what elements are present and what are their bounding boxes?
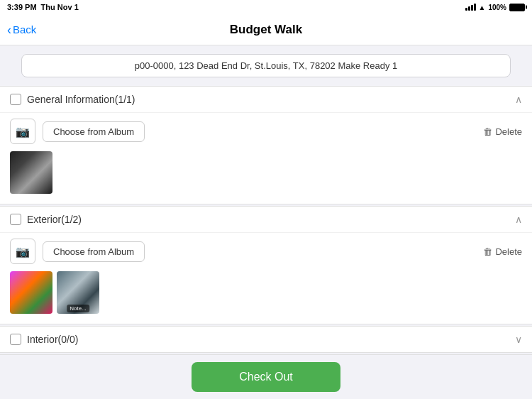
trash-icon: 🗑 — [483, 126, 492, 137]
checkbox-icon-exterior — [10, 214, 21, 225]
section-exterior: Exterior(1/2) ∧ 📷 Choose from Album 🗑 De… — [0, 206, 532, 324]
chevron-up-icon-general-information: ∧ — [515, 94, 522, 105]
section-label-general-information: General Information(1/1) — [27, 94, 135, 105]
checkout-button[interactable]: Check Out — [192, 362, 340, 392]
section-header-exterior[interactable]: Exterior(1/2) ∧ — [0, 207, 532, 232]
section-interior: Interior(0/0) ∨ — [0, 326, 532, 353]
thumbnail-label-exterior: Note... — [67, 305, 89, 312]
camera-button-exterior[interactable]: 📷 — [10, 239, 35, 264]
section-header-left: General Information(1/1) — [10, 94, 135, 105]
section-label-exterior: Exterior(1/2) — [27, 214, 82, 225]
back-button[interactable]: ‹ Back — [7, 23, 36, 36]
checkbox-icon-general-information — [10, 94, 21, 105]
status-left: 3:39 PM Thu Nov 1 — [7, 3, 79, 11]
section-label-interior: Interior(0/0) — [27, 334, 78, 345]
delete-label: Delete — [495, 126, 522, 137]
camera-icon: 📷 — [16, 125, 30, 138]
battery-percent: 100% — [488, 4, 506, 11]
choose-album-button-exterior[interactable]: Choose from Album — [43, 241, 145, 262]
section-body-exterior: 📷 Choose from Album 🗑 Delete Note... — [0, 232, 532, 324]
nav-bar: ‹ Back Budget Walk — [0, 14, 532, 45]
thumbnails-general-information — [10, 151, 522, 194]
thumbnail-1-exterior[interactable]: Note... — [57, 271, 99, 314]
chevron-up-icon-exterior: ∧ — [515, 214, 522, 225]
section-actions-exterior: 📷 Choose from Album 🗑 Delete — [10, 239, 522, 264]
delete-button-exterior[interactable]: 🗑 Delete — [483, 246, 522, 257]
thumbnails-exterior: Note... — [10, 271, 522, 314]
delete-label-exterior: Delete — [495, 246, 522, 257]
page-title: Budget Walk — [230, 23, 302, 37]
checkbox-icon-interior — [10, 334, 21, 345]
status-time: 3:39 PM — [7, 3, 37, 11]
thumbnail-0-general-information[interactable] — [10, 151, 52, 194]
camera-icon-exterior: 📷 — [16, 245, 30, 258]
camera-button-general-information[interactable]: 📷 — [10, 119, 35, 144]
section-header-interior[interactable]: Interior(0/0) ∨ — [0, 327, 532, 352]
thumbnail-0-exterior[interactable] — [10, 271, 52, 314]
status-date: Thu Nov 1 — [41, 3, 79, 11]
status-right: ▲ 100% — [465, 4, 525, 11]
wifi-icon: ▲ — [479, 4, 486, 11]
chevron-left-icon: ‹ — [7, 23, 11, 36]
trash-icon-exterior: 🗑 — [483, 246, 492, 257]
section-header-left-interior: Interior(0/0) — [10, 334, 78, 345]
section-body-general-information: 📷 Choose from Album 🗑 Delete — [0, 112, 532, 204]
section-general-information: General Information(1/1) ∧ 📷 Choose from… — [0, 86, 532, 204]
chevron-down-icon-interior: ∨ — [515, 334, 522, 345]
address-bar: p00-0000, 123 Dead End Dr, St.Louis, TX,… — [21, 54, 511, 77]
section-header-general-information[interactable]: General Information(1/1) ∧ — [0, 87, 532, 112]
signal-icon — [465, 4, 476, 11]
delete-button-general-information[interactable]: 🗑 Delete — [483, 126, 522, 137]
choose-album-button-general-information[interactable]: Choose from Album — [43, 121, 145, 142]
section-header-left-exterior: Exterior(1/2) — [10, 214, 82, 225]
content-area: p00-0000, 123 Dead End Dr, St.Louis, TX,… — [0, 45, 532, 399]
battery-icon — [509, 4, 525, 11]
checkout-bar: Check Out — [0, 355, 532, 399]
back-label: Back — [13, 23, 36, 35]
status-bar: 3:39 PM Thu Nov 1 ▲ 100% — [0, 0, 532, 14]
section-actions-general-information: 📷 Choose from Album 🗑 Delete — [10, 119, 522, 144]
